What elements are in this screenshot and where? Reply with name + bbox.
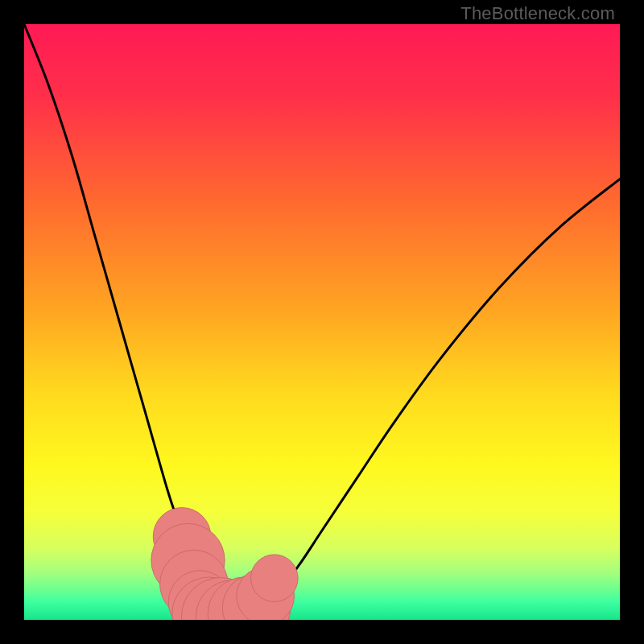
watermark-text: TheBottleneck.com — [460, 3, 615, 24]
curve-layer — [24, 24, 620, 620]
plot-area — [24, 24, 620, 620]
bottleneck-curve — [24, 24, 620, 620]
curve-marker — [251, 555, 299, 602]
curve-markers — [151, 508, 298, 620]
chart-frame: TheBottleneck.com — [0, 0, 644, 644]
